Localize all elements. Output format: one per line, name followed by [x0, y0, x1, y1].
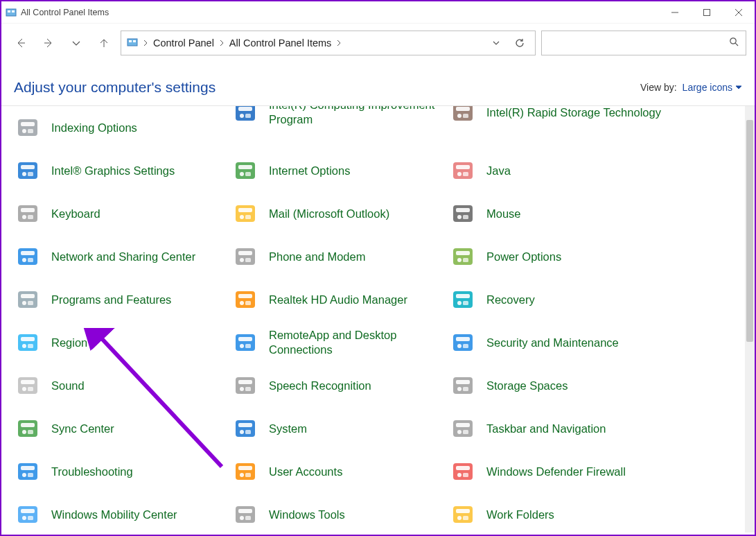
svg-rect-74 — [18, 334, 37, 351]
item-intel-graphics-settings[interactable]: Intel® Graphics Settings — [14, 149, 222, 192]
item-storage-spaces[interactable]: Storage Spaces — [449, 364, 685, 407]
item-label: Region — [51, 336, 87, 350]
item-indexing-options[interactable]: Indexing Options — [14, 106, 222, 149]
item-taskbar-and-navigation[interactable]: Taskbar and Navigation — [449, 407, 685, 450]
svg-point-12 — [730, 38, 736, 44]
svg-rect-69 — [245, 301, 251, 305]
item-recovery[interactable]: Recovery — [449, 278, 685, 321]
svg-point-108 — [457, 430, 461, 434]
item-network-and-sharing-center[interactable]: Network and Sharing Center — [14, 235, 222, 278]
item-system[interactable]: System — [231, 407, 439, 450]
item-mail-microsoft-outlook[interactable]: Mail (Microsoft Outlook) — [231, 192, 439, 235]
item-security-and-maintenance[interactable]: Security and Maintenance — [449, 321, 685, 364]
svg-rect-14 — [18, 119, 37, 136]
navigation-row: Control Panel All Control Panel Items — [1, 24, 755, 62]
svg-rect-25 — [463, 114, 468, 118]
item-intel-rapid-storage-technology[interactable]: Intel(R) Rapid Storage Technology — [449, 106, 685, 134]
view-by-dropdown[interactable]: Large icons — [683, 82, 742, 93]
svg-rect-126 — [236, 506, 255, 523]
close-button[interactable] — [723, 1, 755, 24]
svg-rect-101 — [28, 430, 33, 434]
svg-rect-82 — [453, 334, 473, 351]
item-internet-options[interactable]: Internet Options — [231, 149, 439, 192]
internet-options-icon — [231, 157, 259, 184]
remoteapp-and-desktop-connections-icon — [231, 329, 259, 356]
svg-rect-94 — [453, 377, 473, 394]
recent-button[interactable] — [65, 32, 87, 54]
svg-rect-114 — [236, 463, 255, 480]
item-label: Realtek HD Audio Manager — [269, 293, 407, 307]
svg-rect-93 — [245, 387, 251, 391]
item-sound[interactable]: Sound — [14, 364, 222, 407]
intel-computing-improvement-program-icon — [231, 106, 259, 126]
item-troubleshooting[interactable]: Troubleshooting — [14, 450, 222, 493]
svg-rect-78 — [236, 334, 255, 351]
up-button[interactable] — [93, 32, 115, 54]
svg-rect-17 — [28, 129, 33, 133]
item-windows-tools[interactable]: Windows Tools — [231, 493, 439, 533]
svg-rect-133 — [463, 516, 468, 520]
item-speech-recognition[interactable]: Speech Recognition — [231, 364, 439, 407]
svg-rect-99 — [21, 423, 35, 427]
item-label: Java — [486, 164, 511, 178]
svg-rect-49 — [463, 215, 468, 219]
svg-rect-79 — [238, 337, 252, 341]
item-label: Windows Tools — [269, 508, 345, 522]
svg-point-44 — [240, 215, 244, 219]
breadcrumb-all-items[interactable]: All Control Panel Items — [229, 37, 331, 49]
item-keyboard[interactable]: Keyboard — [14, 192, 222, 235]
svg-rect-107 — [456, 423, 470, 427]
maximize-button[interactable] — [691, 1, 723, 24]
power-options-icon — [449, 243, 477, 270]
item-sync-center[interactable]: Sync Center — [14, 407, 222, 450]
svg-rect-54 — [236, 248, 255, 265]
svg-point-116 — [240, 473, 244, 477]
address-bar[interactable]: Control Panel All Control Panel Items — [121, 31, 536, 55]
svg-rect-62 — [18, 291, 37, 308]
breadcrumb-control-panel[interactable]: Control Panel — [153, 37, 214, 49]
svg-rect-129 — [245, 516, 251, 520]
item-label: Network and Sharing Center — [51, 250, 195, 264]
item-windows-defender-firewall[interactable]: Windows Defender Firewall — [449, 450, 685, 493]
item-intel-computing-improvement-program[interactable]: Intel(R) Computing Improvement Program — [231, 106, 439, 134]
svg-rect-11 — [133, 40, 136, 42]
item-power-options[interactable]: Power Options — [449, 235, 685, 278]
address-dropdown[interactable] — [486, 33, 506, 53]
svg-rect-70 — [453, 291, 473, 308]
svg-rect-111 — [21, 466, 35, 470]
forward-button[interactable] — [37, 32, 60, 54]
svg-rect-77 — [28, 344, 33, 348]
svg-rect-121 — [463, 473, 468, 477]
item-label: Intel(R) Rapid Storage Technology — [486, 106, 661, 119]
svg-rect-34 — [453, 162, 473, 179]
minimize-button[interactable] — [659, 1, 691, 24]
back-button[interactable] — [10, 32, 32, 54]
speech-recognition-icon — [231, 372, 259, 399]
svg-point-20 — [240, 114, 244, 118]
mail-microsoft-outlook-icon — [231, 200, 259, 227]
vertical-scrollbar[interactable] — [745, 106, 755, 533]
item-user-accounts[interactable]: User Accounts — [231, 450, 439, 493]
item-remoteapp-and-desktop-connections[interactable]: RemoteApp and Desktop Connections — [231, 321, 439, 364]
svg-rect-125 — [28, 516, 33, 520]
item-windows-mobility-center[interactable]: Windows Mobility Center — [14, 493, 222, 533]
chevron-right-icon — [218, 37, 225, 49]
item-region[interactable]: Region — [14, 321, 222, 364]
refresh-button[interactable] — [510, 33, 529, 53]
item-java[interactable]: Java — [449, 149, 685, 192]
item-label: Keyboard — [51, 207, 100, 221]
scrollbar-thumb[interactable] — [746, 120, 753, 342]
java-icon — [449, 157, 477, 184]
item-phone-and-modem[interactable]: Phone and Modem — [231, 235, 439, 278]
item-mouse[interactable]: Mouse — [449, 192, 685, 235]
svg-rect-59 — [456, 251, 470, 255]
svg-rect-98 — [18, 420, 37, 437]
item-programs-and-features[interactable]: Programs and Features — [14, 278, 222, 321]
search-box[interactable] — [541, 31, 746, 55]
svg-rect-123 — [21, 509, 35, 513]
svg-rect-122 — [18, 506, 37, 523]
item-work-folders[interactable]: Work Folders — [449, 493, 685, 533]
region-icon — [14, 329, 42, 356]
svg-point-64 — [22, 301, 26, 305]
item-realtek-hd-audio-manager[interactable]: Realtek HD Audio Manager — [231, 278, 439, 321]
